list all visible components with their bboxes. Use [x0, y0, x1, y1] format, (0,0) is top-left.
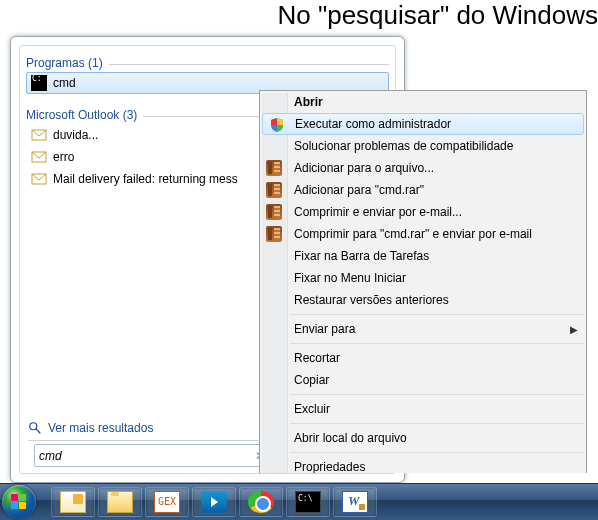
ctx-label: Enviar para: [294, 322, 355, 336]
ctx-label: Abrir local do arquivo: [294, 431, 407, 445]
mail-icon: [31, 149, 47, 165]
result-label: cmd: [53, 76, 76, 90]
ctx-label: Propriedades: [294, 460, 365, 474]
ctx-label: Fixar no Menu Iniciar: [294, 271, 406, 285]
ctx-item-delete[interactable]: Excluir: [260, 398, 586, 420]
winrar-icon: [266, 204, 282, 220]
winrar-icon: [266, 226, 282, 242]
background-instruction-text: No "pesquisar" do Windows: [278, 0, 599, 31]
ctx-label: Executar como administrador: [295, 117, 451, 131]
ctx-label: Adicionar para o arquivo...: [294, 161, 434, 175]
separator: [109, 64, 389, 65]
ctx-label: Solucionar problemas de compatibilidade: [294, 139, 513, 153]
result-label: Mail delivery failed: returning mess: [53, 172, 238, 186]
ctx-label: Abrir: [294, 95, 323, 109]
separator: [290, 314, 584, 315]
separator: [290, 394, 584, 395]
ctx-label: Comprimir para "cmd.rar" e enviar por e-…: [294, 227, 532, 241]
taskbar-item-media-player[interactable]: [192, 487, 236, 517]
ctx-item-run-as-admin[interactable]: Executar como administrador: [262, 113, 584, 135]
taskbar-item-gex[interactable]: GEX: [145, 487, 189, 517]
ctx-item-pin-startmenu[interactable]: Fixar no Menu Iniciar: [260, 267, 586, 289]
ctx-label: Copiar: [294, 373, 329, 387]
taskbar-item-chrome[interactable]: [239, 487, 283, 517]
chrome-icon: [248, 491, 274, 513]
taskbar-item-word[interactable]: [333, 487, 377, 517]
ctx-label: Comprimir e enviar por e-mail...: [294, 205, 462, 219]
ctx-item-troubleshoot-compat[interactable]: Solucionar problemas de compatibilidade: [260, 135, 586, 157]
submenu-arrow-icon: ▶: [570, 324, 578, 335]
separator: [290, 423, 584, 424]
outlook-icon: [60, 491, 86, 513]
ctx-item-open-file-location[interactable]: Abrir local do arquivo: [260, 427, 586, 449]
taskbar-item-outlook[interactable]: [51, 487, 95, 517]
search-input[interactable]: [39, 449, 253, 463]
taskbar-item-cmd[interactable]: [286, 487, 330, 517]
cmd-icon: [295, 491, 321, 513]
ctx-item-open[interactable]: Abrir: [260, 91, 586, 113]
start-button[interactable]: [2, 485, 48, 519]
ctx-item-add-to-archive[interactable]: Adicionar para o arquivo...: [260, 157, 586, 179]
see-more-results-link[interactable]: Ver mais resultados: [28, 421, 153, 435]
mail-icon: [31, 127, 47, 143]
gex-icon: GEX: [154, 491, 180, 513]
ctx-item-add-to-cmdrar[interactable]: Adicionar para "cmd.rar": [260, 179, 586, 201]
word-icon: [342, 491, 368, 513]
ctx-item-compress-cmdrar-email[interactable]: Comprimir para "cmd.rar" e enviar por e-…: [260, 223, 586, 245]
taskbar-item-explorer[interactable]: [98, 487, 142, 517]
context-menu: Abrir Executar como administrador Soluci…: [259, 90, 587, 479]
ctx-label: Excluir: [294, 402, 330, 416]
cmd-icon: [31, 75, 47, 91]
result-label: erro: [53, 150, 74, 164]
ctx-item-pin-taskbar[interactable]: Fixar na Barra de Tarefas: [260, 245, 586, 267]
separator: [290, 343, 584, 344]
winrar-icon: [266, 160, 282, 176]
taskbar: GEX: [0, 483, 598, 520]
media-player-icon: [201, 491, 227, 513]
ctx-item-cut[interactable]: Recortar: [260, 347, 586, 369]
ctx-item-copy[interactable]: Copiar: [260, 369, 586, 391]
search-icon: [28, 421, 42, 435]
separator: [290, 452, 584, 453]
group-header-programs: Programas (1): [26, 56, 389, 70]
folder-icon: [107, 491, 133, 513]
start-orb-icon: [2, 485, 36, 519]
ctx-label: Adicionar para "cmd.rar": [294, 183, 424, 197]
mail-icon: [31, 171, 47, 187]
group-title: Microsoft Outlook (3): [26, 108, 137, 122]
ctx-label: Fixar na Barra de Tarefas: [294, 249, 429, 263]
group-title: Programas (1): [26, 56, 103, 70]
ctx-item-compress-email[interactable]: Comprimir e enviar por e-mail...: [260, 201, 586, 223]
ctx-label: Restaurar versões anteriores: [294, 293, 449, 307]
ctx-item-restore-versions[interactable]: Restaurar versões anteriores: [260, 289, 586, 311]
see-more-label: Ver mais resultados: [48, 421, 153, 435]
svg-point-3: [30, 423, 37, 430]
ctx-item-send-to[interactable]: Enviar para ▶: [260, 318, 586, 340]
winrar-icon: [266, 182, 282, 198]
shield-icon: [269, 117, 285, 133]
ctx-label: Recortar: [294, 351, 340, 365]
search-input-container[interactable]: ✕: [34, 444, 272, 467]
svg-line-4: [36, 429, 40, 433]
result-label: duvida...: [53, 128, 98, 142]
